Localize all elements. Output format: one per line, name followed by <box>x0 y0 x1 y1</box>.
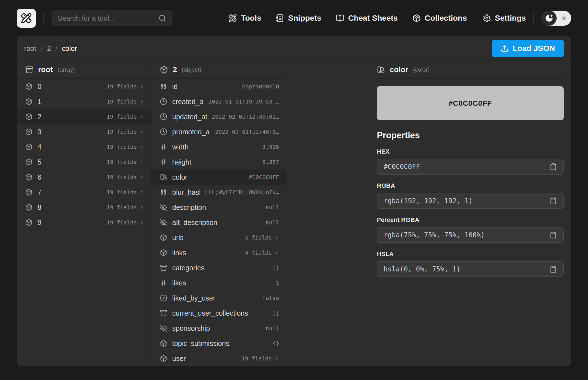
tree-row-7[interactable]: 719 fields <box>17 185 151 200</box>
nav-item-snippets[interactable]: Snippets <box>276 14 321 23</box>
sun-icon <box>560 15 568 22</box>
tree-row-list-2: idbSpYS000olQcreated_at2022-01-31T19:39:… <box>151 79 286 366</box>
tool-search-box[interactable] <box>52 10 172 26</box>
tree-row-6[interactable]: 619 fields <box>17 170 151 185</box>
tree-row-value-text: 19 fields <box>107 174 137 180</box>
tree-row-value-text: 19 fields <box>242 355 272 362</box>
snippets-icon <box>276 14 284 22</box>
tree-row-height[interactable]: height5,857 <box>151 154 286 170</box>
copy-button[interactable] <box>550 197 557 205</box>
tree-row-user[interactable]: user19 fields <box>151 351 286 366</box>
tree-row-updated_at[interactable]: updated_at2022-02-01T12:40:02… <box>151 109 286 124</box>
app-logo[interactable] <box>17 9 36 28</box>
breadcrumb-segment-color[interactable]: color <box>62 44 77 53</box>
copy-button[interactable] <box>550 231 557 239</box>
cube-icon <box>25 189 32 196</box>
theme-toggle[interactable] <box>542 11 571 26</box>
tree-row-current_user_collections[interactable]: current_user_collections[] <box>151 306 286 321</box>
copy-button[interactable] <box>550 266 557 273</box>
tree-column-empty <box>286 61 369 365</box>
tree-row-9[interactable]: 919 fields <box>17 215 151 230</box>
nav-item-label: Cheat Sheets <box>348 14 398 23</box>
tree-row-key: updated_at <box>172 113 207 121</box>
tree-row-8[interactable]: 819 fields <box>17 200 151 215</box>
clock-icon <box>160 113 167 120</box>
search-input[interactable] <box>58 14 154 22</box>
nav-item-label: Collections <box>425 14 467 23</box>
nav-item-cheat-sheets[interactable]: Cheat Sheets <box>336 14 398 23</box>
clock-icon <box>160 98 167 105</box>
pencil-ruler-icon <box>21 13 32 24</box>
tree-row-2[interactable]: 219 fields <box>17 109 151 124</box>
property-label: Percent RGBA <box>377 216 564 224</box>
tree-row-width[interactable]: width3,905 <box>151 139 286 154</box>
tree-row-key: 5 <box>38 158 41 166</box>
nav-item-tools[interactable]: Tools <box>228 14 261 23</box>
tree-row-blur_hash[interactable]: blur_hashLLL;W@t7?^Rj.8WXs;oIy… <box>151 185 286 200</box>
tree-row-key: 8 <box>38 203 41 212</box>
tree-row-likes[interactable]: likes1 <box>151 275 286 290</box>
tree-row-value-text: 1 <box>276 280 279 286</box>
tree-row-5[interactable]: 519 fields <box>17 154 151 170</box>
property-group-rgba: RGBA rgba(192, 192, 192, 1) <box>377 182 564 209</box>
quote-icon <box>160 83 167 90</box>
tree-row-0[interactable]: 019 fields <box>17 79 151 94</box>
tree-row-list-root: 019 fields119 fields219 fields319 fields… <box>17 79 151 230</box>
load-json-button[interactable]: Load JSON <box>492 40 564 57</box>
tree-row-color[interactable]: color#C0C0C0FF <box>151 170 286 185</box>
tree-row-key: sponsorship <box>172 324 210 332</box>
cube-icon <box>25 128 32 135</box>
nav-item-label: Tools <box>241 14 261 23</box>
tree-row-value-text: bSpYS000olQ <box>242 83 279 90</box>
tree-row-value-text: 19 fields <box>107 83 137 90</box>
column-header-type: (array) <box>57 66 75 73</box>
tree-row-key: created_at <box>172 98 203 106</box>
tree-row-promoted_at[interactable]: promoted_at2022-02-01T12:40:0… <box>151 124 286 139</box>
cube-icon <box>160 340 167 347</box>
property-value-box: rgba(192, 192, 192, 1) <box>377 193 564 209</box>
navbar-divider <box>43 12 44 25</box>
tree-row-value: 19 fields <box>107 128 144 135</box>
tree-row-value: 19 fields <box>107 204 144 211</box>
property-label: HEX <box>377 148 564 155</box>
tree-row-value-text: 3,905 <box>262 144 279 150</box>
tree-row-value: 19 fields <box>107 144 144 150</box>
tree-row-created_at[interactable]: created_at2022-01-31T19:39:53.… <box>151 94 286 109</box>
json-explorer-card: root / 2 / color Load JSON root (array) … <box>17 36 571 366</box>
breadcrumb-segment-2[interactable]: 2 <box>47 44 51 53</box>
tree-row-liked_by_user[interactable]: liked_by_userfalse <box>151 290 286 306</box>
quote-icon <box>160 189 167 196</box>
tree-row-value-text: 19 fields <box>107 189 137 196</box>
hash-icon <box>160 143 167 151</box>
tree-row-value-text: false <box>262 295 279 301</box>
chevron-right-icon <box>139 175 144 180</box>
breadcrumb-segment-root[interactable]: root <box>24 44 36 53</box>
tree-row-alt_description[interactable]: alt_descriptionnull <box>151 215 286 230</box>
tree-row-links[interactable]: links4 fields <box>151 245 286 260</box>
tree-row-categories[interactable]: categories[] <box>151 260 286 275</box>
moon-icon <box>545 14 553 22</box>
cube-icon <box>160 234 167 241</box>
cube-icon <box>25 143 32 151</box>
property-group-hsla: HSLA hsla(0, 0%, 75%, 1) <box>377 250 564 277</box>
tree-row-id[interactable]: idbSpYS000olQ <box>151 79 286 94</box>
tree-row-key: color <box>172 173 187 181</box>
tree-row-value-text: 2022-02-01T12:40:02… <box>212 113 279 120</box>
copy-button[interactable] <box>550 163 557 170</box>
tree-row-3[interactable]: 319 fields <box>17 124 151 139</box>
cube-icon <box>160 355 167 362</box>
cube-icon <box>25 98 32 105</box>
nav-item-settings[interactable]: Settings <box>483 14 526 23</box>
nav-item-label: Snippets <box>288 14 321 23</box>
tree-row-topic_submissions[interactable]: topic_submissions{} <box>151 336 286 351</box>
tree-row-value-text: null <box>266 204 279 211</box>
tree-row-description[interactable]: descriptionnull <box>151 200 286 215</box>
nav-item-collections[interactable]: Collections <box>412 14 467 23</box>
tree-row-value: #C0C0C0FF <box>249 174 279 180</box>
tree-row-4[interactable]: 419 fields <box>17 139 151 154</box>
book-open-icon <box>336 14 344 22</box>
tree-row-key: liked_by_user <box>172 294 215 302</box>
tree-row-sponsorship[interactable]: sponsorshipnull <box>151 321 286 336</box>
tree-row-urls[interactable]: urls5 fields <box>151 230 286 245</box>
tree-row-1[interactable]: 119 fields <box>17 94 151 109</box>
